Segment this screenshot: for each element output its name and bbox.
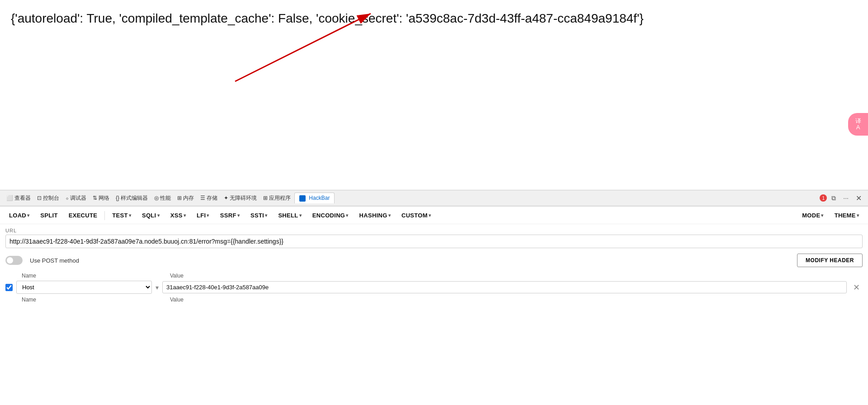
lfi-label: LFI [197,212,206,219]
app-icon: ⊞ [263,195,268,201]
toggle-slider [5,256,23,265]
debugger-label: 调试器 [70,194,86,202]
page-text: {'autoreload': True, 'compiled_template_… [11,9,644,28]
name-col-label-1: Name [22,273,166,279]
more-options-button[interactable]: ··· [840,193,851,203]
ssrf-menu[interactable]: SSRF ▾ [216,210,244,221]
devtools-close-button[interactable]: ✕ [853,193,864,204]
app-button[interactable]: ⊞ 应用程序 [260,193,293,203]
accessibility-label: 无障碍环境 [230,194,257,202]
ssti-menu[interactable]: SSTI ▾ [246,210,272,221]
sqli-menu[interactable]: SQLI ▾ [137,210,164,221]
theme-arrow: ▾ [857,213,859,218]
performance-button[interactable]: ◎ 性能 [151,193,174,203]
memory-label: 内存 [183,194,194,202]
style-icon: {} [116,195,119,201]
memory-icon: ⊞ [177,195,182,201]
url-label: URL [5,228,863,233]
hackbar-menu-bar: LOAD ▾ SPLIT EXECUTE TEST ▾ SQLI ▾ XSS ▾… [0,207,868,224]
inspector-icon: ⬜ [6,195,13,201]
translate-icon: 译A [855,118,861,131]
options-row: Use POST method MODIFY HEADER [0,250,868,271]
shell-label: SHELL [278,212,298,219]
menu-sep-1 [104,211,105,220]
post-method-toggle[interactable] [5,256,23,265]
accessibility-button[interactable]: ✦ 无障碍环境 [221,193,259,203]
translate-button[interactable]: 译A [848,113,868,136]
header-name-select-1[interactable]: Host Content-Type User-Agent Referer Coo… [16,281,152,294]
load-menu[interactable]: LOAD ▾ [5,210,34,221]
hackbar-icon [299,195,306,202]
mode-arrow: ▾ [821,213,823,218]
more-options-label: ··· [843,194,849,202]
lfi-arrow: ▾ [207,213,209,218]
console-button[interactable]: ⊡ 控制台 [34,193,62,203]
memory-button[interactable]: ⊞ 内存 [175,193,197,203]
header-delete-btn-1[interactable]: ✕ [850,282,863,293]
test-arrow: ▾ [129,213,131,218]
mode-menu[interactable]: MODE ▾ [797,210,828,221]
shell-menu[interactable]: SHELL ▾ [274,210,306,221]
hashing-menu[interactable]: HASHING ▾ [355,210,395,221]
xss-arrow: ▾ [184,213,186,218]
storage-button[interactable]: ☰ 存储 [198,193,220,203]
accessibility-icon: ✦ [224,195,228,201]
custom-menu[interactable]: CUSTOM ▾ [397,210,435,221]
url-section: URL [0,224,868,250]
encoding-menu[interactable]: ENCODING ▾ [308,210,353,221]
test-menu[interactable]: TEST ▾ [108,210,136,221]
encoding-arrow: ▾ [346,213,348,218]
browser-content: {'autoreload': True, 'compiled_template_… [0,0,868,190]
value-col-label-1: Value [170,273,863,279]
ssrf-arrow: ▾ [237,213,240,218]
hackbar-tab[interactable]: HackBar [294,193,335,203]
split-label: SPLIT [40,212,57,219]
xss-label: XSS [170,212,183,219]
style-label: 样式编辑器 [121,194,148,202]
hackbar-panel: LOAD ▾ SPLIT EXECUTE TEST ▾ SQLI ▾ XSS ▾… [0,206,868,308]
inspector-button[interactable]: ⬜ 查看器 [4,193,33,203]
hashing-arrow: ▾ [388,213,391,218]
custom-arrow: ▾ [429,213,431,218]
load-arrow: ▾ [27,213,29,218]
performance-icon: ◎ [154,195,159,201]
ssrf-label: SSRF [220,212,236,219]
debugger-button[interactable]: ⬦ 调试器 [63,193,89,203]
network-button[interactable]: ⇅ 网络 [90,193,112,203]
console-label: 控制台 [43,194,59,202]
xss-menu[interactable]: XSS ▾ [166,210,190,221]
shell-arrow: ▾ [299,213,302,218]
error-badge: 1 [820,194,827,202]
url-input[interactable] [5,235,863,248]
hackbar-label: HackBar [309,195,330,201]
theme-label: THEME [835,212,856,219]
header-column-labels-1: Name Value [22,273,863,279]
modify-header-button[interactable]: MODIFY HEADER [797,254,863,267]
app-label: 应用程序 [269,194,291,202]
load-label: LOAD [9,212,26,219]
error-count: 1 [822,196,825,201]
header-section: Name Value Host Content-Type User-Agent … [0,271,868,308]
performance-label: 性能 [160,194,171,202]
storage-icon: ☰ [200,195,205,201]
storage-label: 存储 [207,194,217,202]
name-col-label-2: Name [22,297,166,303]
header-column-labels-2: Name Value [22,297,863,303]
theme-menu[interactable]: THEME ▾ [830,210,863,221]
ssti-label: SSTI [250,212,264,219]
header-value-input-1[interactable] [162,281,847,293]
mode-theme-group: MODE ▾ THEME ▾ [797,210,863,221]
responsive-mode-button[interactable]: ⧉ [829,193,839,203]
value-col-label-2: Value [170,297,863,303]
devtools-toolbar: ⬜ 查看器 ⊡ 控制台 ⬦ 调试器 ⇅ 网络 {} 样式编辑器 ◎ 性能 ⊞ 内… [0,190,868,206]
style-editor-button[interactable]: {} 样式编辑器 [113,193,151,203]
sqli-label: SQLI [142,212,156,219]
sqli-arrow: ▾ [157,213,160,218]
hashing-label: HASHING [359,212,387,219]
lfi-menu[interactable]: LFI ▾ [192,210,214,221]
execute-menu[interactable]: EXECUTE [64,210,102,221]
header-checkbox-1[interactable] [5,284,13,291]
post-method-label: Use POST method [30,257,79,264]
split-menu[interactable]: SPLIT [36,210,62,221]
execute-label: EXECUTE [69,212,98,219]
